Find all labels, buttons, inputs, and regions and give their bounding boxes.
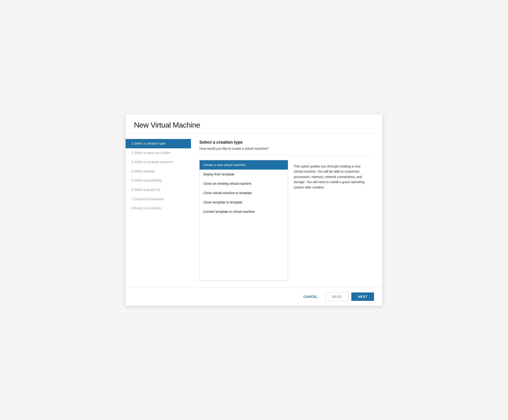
sidebar-item-step8: 8 Ready to complete	[125, 204, 191, 213]
sidebar-item-step2: 2 Select a name and folder	[125, 148, 191, 158]
back-button: BACK	[325, 292, 349, 301]
option-item-opt2[interactable]: Deploy from template	[200, 170, 288, 179]
option-item-opt3[interactable]: Clone an existing virtual machine	[200, 179, 288, 188]
sidebar-item-step4: 4 Select storage	[125, 167, 191, 176]
option-item-opt6[interactable]: Convert template to virtual machine	[200, 207, 288, 216]
cancel-button[interactable]: CANCEL	[299, 292, 322, 301]
sidebar-item-step1[interactable]: 1 Select a creation type	[125, 139, 191, 148]
main-content: Select a creation type How would you lik…	[191, 133, 383, 287]
sidebar-item-step5: 5 Select compatibility	[125, 176, 191, 185]
dialog-title: New Virtual Machine	[134, 121, 374, 129]
dialog-header: New Virtual Machine	[125, 114, 383, 133]
content-title: Select a creation type	[199, 140, 374, 145]
content-subtitle: How would you like to create a virtual m…	[199, 147, 374, 150]
options-list: Create a new virtual machineDeploy from …	[199, 160, 288, 281]
sidebar: 1 Select a creation type2 Select a name …	[125, 133, 191, 287]
sidebar-item-step7: 7 Customize hardware	[125, 195, 191, 204]
option-item-opt4[interactable]: Clone virtual machine to template	[200, 188, 288, 198]
sidebar-item-step3: 3 Select a compute resource	[125, 158, 191, 167]
new-vm-dialog: New Virtual Machine 1 Select a creation …	[125, 114, 383, 306]
sidebar-item-step6: 6 Select a guest OS	[125, 185, 191, 195]
option-description: This option guides you through creating …	[288, 160, 374, 281]
next-button[interactable]: NEXT	[351, 292, 374, 301]
option-item-opt1[interactable]: Create a new virtual machine	[200, 160, 288, 170]
dialog-footer: CANCEL BACK NEXT	[125, 287, 383, 306]
option-item-opt5[interactable]: Clone template to template	[200, 198, 288, 207]
content-divider	[199, 155, 374, 155]
selection-area: Create a new virtual machineDeploy from …	[199, 160, 374, 281]
dialog-body: 1 Select a creation type2 Select a name …	[125, 133, 383, 287]
